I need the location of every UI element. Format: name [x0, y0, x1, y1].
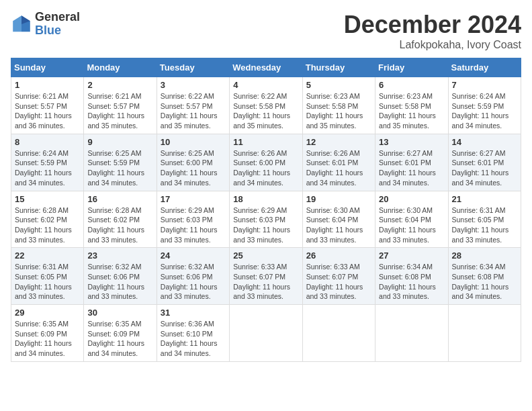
day-number: 27 [379, 250, 444, 261]
calendar-day-cell: 14Sunrise: 6:27 AM Sunset: 6:01 PM Dayli… [448, 134, 521, 191]
day-info: Sunrise: 6:21 AM Sunset: 5:57 PM Dayligh… [87, 91, 152, 131]
day-number: 26 [306, 250, 371, 261]
day-number: 2 [87, 80, 152, 90]
header-cell: Sunday [11, 58, 84, 77]
calendar-day-cell: 24Sunrise: 6:32 AM Sunset: 6:06 PM Dayli… [157, 248, 229, 305]
day-info: Sunrise: 6:24 AM Sunset: 5:59 PM Dayligh… [15, 148, 80, 188]
calendar-day-cell: 19Sunrise: 6:30 AM Sunset: 6:04 PM Dayli… [302, 191, 375, 248]
day-number: 23 [87, 250, 152, 261]
calendar-day-cell: 11Sunrise: 6:26 AM Sunset: 6:00 PM Dayli… [230, 134, 302, 191]
day-info: Sunrise: 6:31 AM Sunset: 6:05 PM Dayligh… [452, 205, 517, 245]
day-number: 6 [379, 80, 444, 90]
day-info: Sunrise: 6:22 AM Sunset: 5:57 PM Dayligh… [161, 91, 226, 131]
day-info: Sunrise: 6:31 AM Sunset: 6:05 PM Dayligh… [15, 262, 80, 302]
day-info: Sunrise: 6:32 AM Sunset: 6:06 PM Dayligh… [87, 262, 152, 302]
calendar-day-cell: 21Sunrise: 6:31 AM Sunset: 6:05 PM Dayli… [448, 191, 521, 248]
day-info: Sunrise: 6:23 AM Sunset: 5:58 PM Dayligh… [379, 91, 444, 131]
day-number: 7 [452, 80, 517, 90]
day-number: 9 [87, 137, 152, 147]
day-number: 5 [306, 80, 371, 90]
day-info: Sunrise: 6:21 AM Sunset: 5:57 PM Dayligh… [15, 91, 80, 131]
day-info: Sunrise: 6:35 AM Sunset: 6:09 PM Dayligh… [15, 319, 80, 359]
day-number: 25 [233, 250, 298, 261]
day-number: 16 [87, 194, 152, 204]
day-info: Sunrise: 6:35 AM Sunset: 6:09 PM Dayligh… [87, 319, 152, 359]
day-info: Sunrise: 6:28 AM Sunset: 6:02 PM Dayligh… [15, 205, 80, 245]
calendar-day-cell: 10Sunrise: 6:25 AM Sunset: 6:00 PM Dayli… [157, 134, 229, 191]
calendar-day-cell: 15Sunrise: 6:28 AM Sunset: 6:02 PM Dayli… [11, 191, 84, 248]
day-info: Sunrise: 6:26 AM Sunset: 6:01 PM Dayligh… [306, 148, 371, 188]
calendar-week-row: 1Sunrise: 6:21 AM Sunset: 5:57 PM Daylig… [11, 77, 521, 134]
calendar-week-row: 29Sunrise: 6:35 AM Sunset: 6:09 PM Dayli… [11, 305, 521, 362]
day-info: Sunrise: 6:33 AM Sunset: 6:07 PM Dayligh… [233, 262, 298, 302]
calendar-day-cell: 27Sunrise: 6:34 AM Sunset: 6:08 PM Dayli… [375, 248, 448, 305]
header-cell: Tuesday [157, 58, 229, 77]
calendar-day-cell: 17Sunrise: 6:29 AM Sunset: 6:03 PM Dayli… [157, 191, 229, 248]
day-info: Sunrise: 6:33 AM Sunset: 6:07 PM Dayligh… [306, 262, 371, 302]
day-number: 11 [233, 137, 298, 147]
title-area: December 2024 Lafokpokaha, Ivory Coast [344, 11, 521, 51]
header-cell: Monday [84, 58, 157, 77]
calendar-header: SundayMondayTuesdayWednesdayThursdayFrid… [11, 58, 521, 77]
calendar-day-cell: 2Sunrise: 6:21 AM Sunset: 5:57 PM Daylig… [84, 77, 157, 134]
day-number: 17 [161, 194, 226, 204]
day-info: Sunrise: 6:36 AM Sunset: 6:10 PM Dayligh… [161, 319, 226, 359]
calendar-day-cell: 16Sunrise: 6:28 AM Sunset: 6:02 PM Dayli… [84, 191, 157, 248]
calendar-day-cell: 5Sunrise: 6:23 AM Sunset: 5:58 PM Daylig… [302, 77, 375, 134]
day-info: Sunrise: 6:29 AM Sunset: 6:03 PM Dayligh… [161, 205, 226, 245]
calendar-day-cell: 13Sunrise: 6:27 AM Sunset: 6:01 PM Dayli… [375, 134, 448, 191]
calendar-day-cell: 30Sunrise: 6:35 AM Sunset: 6:09 PM Dayli… [84, 305, 157, 362]
logo: General Blue [11, 11, 80, 38]
day-number: 15 [15, 194, 80, 204]
calendar-day-cell: 25Sunrise: 6:33 AM Sunset: 6:07 PM Dayli… [230, 248, 302, 305]
day-info: Sunrise: 6:34 AM Sunset: 6:08 PM Dayligh… [379, 262, 444, 302]
day-info: Sunrise: 6:23 AM Sunset: 5:58 PM Dayligh… [306, 91, 371, 131]
header-cell: Friday [375, 58, 448, 77]
day-number: 13 [379, 137, 444, 147]
day-number: 14 [452, 137, 517, 147]
day-number: 19 [306, 194, 371, 204]
day-number: 20 [379, 194, 444, 204]
calendar-day-cell [302, 305, 375, 362]
day-info: Sunrise: 6:28 AM Sunset: 6:02 PM Dayligh… [87, 205, 152, 245]
calendar-day-cell [230, 305, 302, 362]
header-row: SundayMondayTuesdayWednesdayThursdayFrid… [11, 58, 521, 77]
calendar-subtitle: Lafokpokaha, Ivory Coast [344, 39, 521, 51]
day-number: 29 [15, 308, 80, 318]
calendar-day-cell: 9Sunrise: 6:25 AM Sunset: 5:59 PM Daylig… [84, 134, 157, 191]
day-info: Sunrise: 6:26 AM Sunset: 6:00 PM Dayligh… [233, 148, 298, 188]
day-number: 12 [306, 137, 371, 147]
calendar-day-cell: 31Sunrise: 6:36 AM Sunset: 6:10 PM Dayli… [157, 305, 229, 362]
day-info: Sunrise: 6:34 AM Sunset: 6:08 PM Dayligh… [452, 262, 517, 302]
calendar-body: 1Sunrise: 6:21 AM Sunset: 5:57 PM Daylig… [11, 77, 521, 362]
day-info: Sunrise: 6:32 AM Sunset: 6:06 PM Dayligh… [161, 262, 226, 302]
page-header: General Blue December 2024 Lafokpokaha, … [11, 11, 521, 51]
calendar-day-cell: 18Sunrise: 6:29 AM Sunset: 6:03 PM Dayli… [230, 191, 302, 248]
calendar-day-cell: 3Sunrise: 6:22 AM Sunset: 5:57 PM Daylig… [157, 77, 229, 134]
calendar-day-cell: 29Sunrise: 6:35 AM Sunset: 6:09 PM Dayli… [11, 305, 84, 362]
logo-text: General Blue [35, 11, 80, 38]
day-number: 24 [161, 250, 226, 261]
day-number: 3 [161, 80, 226, 90]
day-info: Sunrise: 6:27 AM Sunset: 6:01 PM Dayligh… [379, 148, 444, 188]
calendar-title: December 2024 [344, 11, 521, 39]
day-info: Sunrise: 6:29 AM Sunset: 6:03 PM Dayligh… [233, 205, 298, 245]
calendar-table: SundayMondayTuesdayWednesdayThursdayFrid… [11, 58, 521, 362]
day-number: 22 [15, 250, 80, 261]
calendar-day-cell [448, 305, 521, 362]
day-info: Sunrise: 6:22 AM Sunset: 5:58 PM Dayligh… [233, 91, 298, 131]
day-info: Sunrise: 6:30 AM Sunset: 6:04 PM Dayligh… [379, 205, 444, 245]
calendar-day-cell: 8Sunrise: 6:24 AM Sunset: 5:59 PM Daylig… [11, 134, 84, 191]
header-cell: Wednesday [230, 58, 302, 77]
logo-blue-text: Blue [35, 24, 80, 38]
calendar-day-cell: 1Sunrise: 6:21 AM Sunset: 5:57 PM Daylig… [11, 77, 84, 134]
calendar-day-cell: 20Sunrise: 6:30 AM Sunset: 6:04 PM Dayli… [375, 191, 448, 248]
logo-icon [11, 13, 32, 35]
day-info: Sunrise: 6:25 AM Sunset: 5:59 PM Dayligh… [87, 148, 152, 188]
day-number: 28 [452, 250, 517, 261]
logo-general-text: General [35, 11, 80, 24]
header-cell: Thursday [302, 58, 375, 77]
day-number: 4 [233, 80, 298, 90]
calendar-day-cell [375, 305, 448, 362]
day-info: Sunrise: 6:24 AM Sunset: 5:59 PM Dayligh… [452, 91, 517, 131]
